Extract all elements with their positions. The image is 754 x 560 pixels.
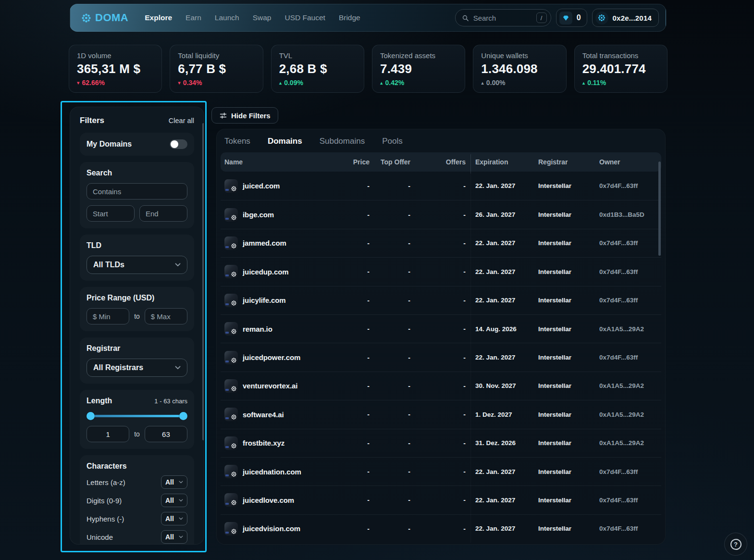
registrar-cell: Interstellar (538, 468, 599, 475)
table-scrollbar[interactable] (658, 162, 661, 256)
price-max-input[interactable] (145, 308, 187, 324)
registrar-select[interactable]: All Registrars (87, 359, 187, 377)
tab-pools[interactable]: Pools (382, 137, 403, 146)
domain-name: juicedlove.com (243, 496, 294, 504)
domain-avatar (224, 408, 238, 421)
search-filter-title: Search (87, 169, 187, 177)
table-row[interactable]: juicedvision.com - - - 22. Jan. 2027 Int… (221, 514, 661, 543)
search-input[interactable] (473, 14, 532, 22)
digits-label: Digits (0-9) (87, 497, 122, 505)
column-divider (470, 154, 471, 543)
digits-select[interactable]: All (161, 494, 187, 507)
nav-item-usd-faucet[interactable]: USD Faucet (284, 13, 325, 22)
stats-row: 1D volume 365,31 M $ ▾62.66% Total liqui… (69, 45, 667, 93)
table-row[interactable]: software4.ai - - - 1. Dez. 2027 Interste… (221, 400, 661, 428)
table-row[interactable]: jammed.com - - - 22. Jan. 2027 Interstel… (221, 229, 661, 257)
avatar-chip (225, 218, 229, 220)
contains-input[interactable] (87, 183, 187, 199)
table-row[interactable]: juicedlove.com - - - 22. Jan. 2027 Inter… (221, 485, 661, 514)
top-offer-cell: - (370, 268, 410, 275)
table-row[interactable]: venturevortex.ai - - - 30. Nov. 2027 Int… (221, 372, 661, 400)
characters-row-digits: Digits (0-9) All (87, 494, 187, 507)
table-row[interactable]: reman.io - - - 14. Aug. 2026 Interstella… (221, 314, 661, 343)
offers-cell: - (410, 496, 466, 504)
hide-filters-button[interactable]: Hide Filters (211, 107, 278, 124)
unicode-select[interactable]: All (161, 530, 187, 544)
owner-cell: 0x7d4F...63ff (599, 497, 662, 504)
clear-all-button[interactable]: Clear all (169, 117, 194, 124)
domain-avatar (224, 465, 238, 478)
table-row[interactable]: ibge.com - - - 26. Jan. 2027 Interstella… (221, 200, 661, 228)
hyphens-select[interactable]: All (161, 512, 187, 525)
stat-card-total-transactions: Total transactions 29.401.774 ▴0.11% (574, 45, 667, 93)
domain-avatar (224, 265, 238, 278)
top-offer-cell: - (370, 354, 410, 361)
table-row[interactable]: juicednation.com - - - 22. Jan. 2027 Int… (221, 457, 661, 485)
help-button[interactable]: ? (724, 533, 747, 556)
nav-right-group: / 0 0x2e...2014 (455, 9, 659, 27)
price-cell: - (312, 439, 370, 447)
wallet-button[interactable]: 0x2e...2014 (592, 9, 659, 27)
tab-subdomains[interactable]: Subdomains (320, 137, 365, 146)
chevron-down-icon (179, 535, 183, 538)
letters-select[interactable]: All (161, 475, 187, 489)
trend-down-icon: ▾ (77, 80, 80, 86)
stat-label: Total transactions (582, 51, 659, 60)
avatar-chip (225, 246, 229, 248)
tab-tokens[interactable]: Tokens (224, 137, 250, 146)
nav-item-bridge[interactable]: Bridge (339, 13, 360, 22)
length-slider[interactable] (87, 412, 186, 420)
domain-name-cell: reman.io (221, 322, 312, 336)
slider-max-handle[interactable] (179, 412, 187, 420)
doma-gear-icon (231, 357, 237, 363)
column-header-price: Price (312, 158, 370, 166)
my-domains-toggle[interactable] (170, 139, 187, 149)
owner-cell: 0xA1A5...29A2 (599, 439, 662, 447)
nav-item-earn[interactable]: Earn (185, 13, 201, 22)
chevron-down-icon (179, 481, 183, 484)
nav-item-launch[interactable]: Launch (215, 13, 239, 22)
tab-domains[interactable]: Domains (268, 137, 302, 146)
domain-avatar (224, 208, 238, 222)
table-row[interactable]: juiced.com - - - 22. Jan. 2027 Interstel… (221, 172, 661, 200)
domain-name-cell: ibge.com (221, 208, 312, 222)
doma-gear-icon (231, 328, 237, 335)
owner-cell: 0x7d4F...63ff (599, 354, 662, 361)
table-row[interactable]: juicedpower.com - - - 22. Jan. 2027 Inte… (221, 343, 661, 371)
unicode-label: Unicode (87, 533, 113, 541)
global-search[interactable]: / (455, 9, 551, 26)
tld-select[interactable]: All TLDs (87, 256, 187, 274)
domain-name-cell: frostbite.xyz (221, 436, 312, 450)
slider-min-handle[interactable] (87, 412, 95, 420)
table-row[interactable]: juicedup.com - - - 22. Jan. 2027 Interst… (221, 257, 661, 286)
owner-cell: 0xA1A5...29A2 (599, 382, 662, 389)
length-min-input[interactable] (87, 426, 129, 442)
letters-label: Letters (a-z) (87, 478, 125, 486)
brand-logo[interactable]: DOMA (81, 12, 128, 24)
price-min-input[interactable] (87, 308, 129, 324)
gem-icon (562, 14, 569, 22)
gem-tile (559, 12, 572, 25)
domain-avatar (224, 294, 238, 307)
trend-up-icon: ▴ (279, 80, 282, 86)
nav-item-swap[interactable]: Swap (253, 13, 272, 22)
top-offer-cell: - (370, 411, 410, 418)
trend-up-icon: ▴ (380, 80, 383, 86)
stat-delta: ▴0.00% (481, 79, 558, 87)
start-input[interactable] (87, 205, 135, 222)
end-input[interactable] (139, 205, 187, 222)
wallet-doma-icon (597, 13, 606, 22)
stat-label: 1D volume (77, 51, 154, 60)
domain-avatar (224, 379, 238, 393)
nav-item-explore[interactable]: Explore (145, 13, 172, 22)
table-row[interactable]: juicylife.com - - - 22. Jan. 2027 Inters… (221, 286, 661, 314)
table-row[interactable]: frostbite.xyz - - - 31. Dez. 2026 Inters… (221, 429, 661, 457)
gem-balance-button[interactable]: 0 (556, 9, 587, 27)
doma-gear-icon (231, 300, 237, 306)
filters-scrollbar[interactable] (202, 123, 204, 440)
price-cell: - (312, 468, 370, 475)
expiration-cell: 22. Jan. 2027 (466, 182, 538, 189)
question-mark-icon: ? (730, 539, 742, 550)
length-max-input[interactable] (145, 426, 187, 442)
stat-card-1d-volume: 1D volume 365,31 M $ ▾62.66% (69, 45, 162, 93)
